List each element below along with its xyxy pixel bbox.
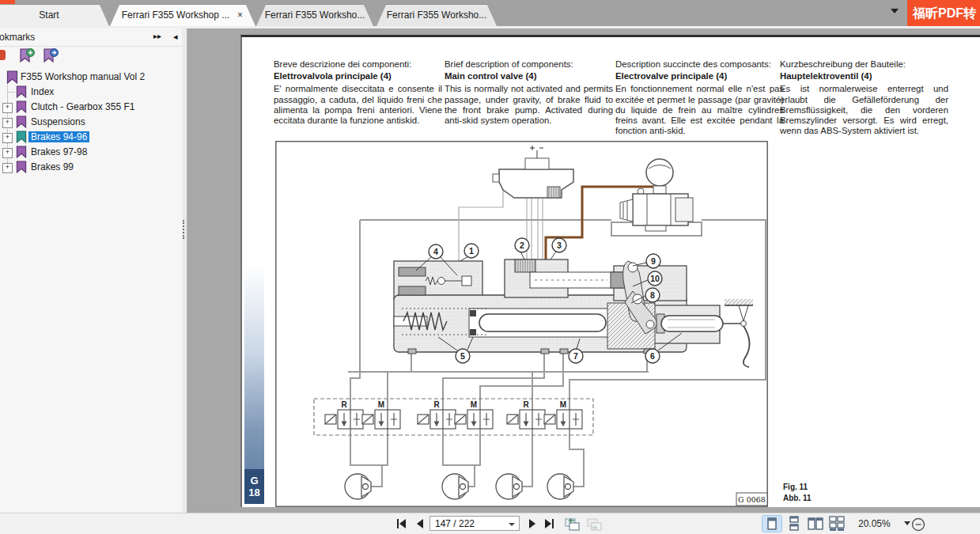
bookmark-flag-icon bbox=[16, 131, 27, 146]
bookmarks-header: okmarks ▸▸ ◂ bbox=[0, 28, 182, 47]
column-body: E' normalmente diseccitata e consente il… bbox=[274, 84, 442, 126]
column-intro: Breve descrizione dei componenti: bbox=[274, 59, 442, 70]
column-italian: Breve descrizione dei componenti: Elettr… bbox=[274, 59, 442, 126]
bookmark-label: Brakes 97-98 bbox=[28, 146, 89, 157]
svg-text:R: R bbox=[433, 400, 440, 409]
bookmark-flag-icon bbox=[16, 161, 27, 176]
tab-close-icon[interactable]: × bbox=[237, 9, 243, 21]
tab-start[interactable]: Start bbox=[0, 4, 109, 26]
bookmarks-title: okmarks bbox=[0, 32, 35, 43]
column-body: This is normally not activated and permi… bbox=[445, 84, 613, 126]
bookmark-item-brakes-94-96[interactable]: + Brakes 94-96 bbox=[0, 130, 182, 145]
svg-text:6: 6 bbox=[650, 351, 655, 361]
bookmark-label: F355 Workshop manual Vol 2 bbox=[18, 71, 147, 82]
tab-document-2[interactable]: Ferrari F355 Worksho... bbox=[256, 4, 373, 26]
hide-panel-icon[interactable]: ◂ bbox=[173, 32, 178, 42]
expand-icon[interactable]: + bbox=[2, 103, 13, 113]
tab-label: Ferrari F355 Workshop ... bbox=[110, 9, 255, 21]
svg-text:M: M bbox=[378, 400, 384, 409]
section-tab: G 18 bbox=[244, 469, 264, 504]
tab-label: Ferrari F355 Worksho... bbox=[256, 9, 373, 21]
expand-icon[interactable]: + bbox=[2, 163, 13, 173]
svg-text:R: R bbox=[523, 400, 529, 409]
bookmark-item-root[interactable]: F355 Workshop manual Vol 2 bbox=[0, 70, 182, 85]
continuous-facing-view-button[interactable] bbox=[827, 516, 846, 532]
section-color-strip: G 18 bbox=[244, 267, 264, 504]
bookmarks-toolbar bbox=[0, 47, 182, 66]
bookmark-label: Clutch - Gearbox 355 F1 bbox=[28, 101, 137, 112]
svg-text:M: M bbox=[560, 400, 566, 409]
bookmark-item-brakes-99[interactable]: + Brakes 99 bbox=[0, 160, 182, 175]
page-dropdown-caret-icon[interactable] bbox=[509, 523, 515, 526]
tab-bar: Start Ferrari F355 Workshop ... × Ferrar… bbox=[0, 0, 980, 28]
bookmark-label: Suspensions bbox=[28, 116, 88, 127]
column-heading: Elettrovalvola principale (4) bbox=[274, 71, 442, 81]
figure-label-fig: Fig. 11 bbox=[783, 483, 808, 491]
svg-text:4: 4 bbox=[433, 247, 438, 256]
status-bar: 147 / 222 20.05% bbox=[0, 513, 980, 534]
zoom-out-button[interactable] bbox=[911, 517, 925, 530]
svg-text:R: R bbox=[341, 400, 347, 409]
bookmark-flag-icon bbox=[6, 70, 18, 86]
tab-document-3[interactable]: Ferrari F355 Worksho... bbox=[376, 4, 497, 26]
bookmark-item-brakes-97-98[interactable]: + Brakes 97-98 bbox=[0, 145, 182, 160]
single-page-view-button[interactable] bbox=[762, 516, 781, 532]
column-intro: Description succincte des composants: bbox=[615, 59, 784, 70]
figure-label-abb: Abb. 11 bbox=[783, 494, 812, 502]
foxit-pdf-button[interactable]: 福昕PDF转 bbox=[907, 0, 980, 26]
column-french: Description succincte des composants: El… bbox=[615, 59, 784, 136]
column-heading: Electrovalve principale (4) bbox=[615, 71, 784, 81]
previous-page-button[interactable] bbox=[413, 517, 427, 530]
drawing-code: G 0068 bbox=[736, 493, 767, 506]
column-intro: Brief description of components: bbox=[445, 59, 613, 70]
page-indicator: 147 / 222 bbox=[435, 518, 475, 529]
bookmark-item-index[interactable]: Index bbox=[0, 85, 182, 100]
next-view-button[interactable] bbox=[585, 517, 603, 530]
column-body: Es ist normalerweise enterregt und erlau… bbox=[780, 84, 948, 136]
zoom-level[interactable]: 20.05% bbox=[858, 518, 891, 529]
column-german: Kurzbeschreibung der Bauteile: Hauptelek… bbox=[780, 59, 948, 136]
tab-overflow-caret-icon[interactable] bbox=[891, 9, 899, 13]
bookmark-item-suspensions[interactable]: + Suspensions bbox=[0, 115, 182, 130]
next-page-button[interactable] bbox=[525, 517, 539, 530]
bookmark-flag-icon bbox=[16, 85, 27, 100]
column-english: Brief description of components: Main co… bbox=[445, 59, 613, 126]
document-canvas[interactable]: G 18 Breve descrizione dei componenti: E… bbox=[187, 28, 980, 513]
tab-label: Start bbox=[0, 9, 109, 21]
continuous-view-button[interactable] bbox=[785, 516, 804, 532]
svg-text:10: 10 bbox=[650, 274, 660, 283]
svg-text:G 0068: G 0068 bbox=[738, 495, 766, 504]
bookmark-label: Brakes 94-96 bbox=[28, 131, 89, 142]
bookmark-flag-icon bbox=[16, 100, 27, 116]
page-number-input[interactable]: 147 / 222 bbox=[429, 516, 520, 531]
expand-icon[interactable]: + bbox=[2, 133, 13, 143]
zoom-dropdown-caret-icon[interactable] bbox=[904, 521, 910, 525]
pdf-page: G 18 Breve descrizione dei componenti: E… bbox=[240, 35, 980, 507]
column-body: En fonctionnement normal elle n'est pas … bbox=[615, 84, 784, 136]
clipped-toolbar-icon[interactable] bbox=[0, 50, 6, 60]
application-window: { "tab_bar": { "tabs": [ {"label": "Star… bbox=[0, 0, 980, 534]
add-bookmark-icon[interactable] bbox=[17, 47, 35, 63]
svg-text:M: M bbox=[471, 400, 477, 409]
previous-view-button[interactable] bbox=[563, 517, 581, 530]
expand-icon[interactable]: + bbox=[2, 118, 13, 128]
collapse-all-icon[interactable]: ▸▸ bbox=[153, 32, 161, 40]
section-number: 18 bbox=[244, 487, 264, 498]
svg-text:2: 2 bbox=[520, 240, 524, 250]
tab-document-1[interactable]: Ferrari F355 Workshop ... × bbox=[110, 4, 255, 26]
last-page-button[interactable] bbox=[543, 517, 557, 530]
brake-system-diagram: R M R M R M bbox=[275, 141, 768, 507]
bookmark-label: Brakes 99 bbox=[28, 161, 76, 172]
tab-label: Ferrari F355 Worksho... bbox=[376, 9, 497, 21]
section-letter: G bbox=[244, 475, 264, 487]
facing-view-button[interactable] bbox=[806, 516, 825, 532]
first-page-button[interactable] bbox=[394, 517, 408, 530]
column-heading: Hauptelektroventil (4) bbox=[780, 71, 948, 81]
svg-text:9: 9 bbox=[651, 256, 656, 266]
bookmark-goto-icon[interactable] bbox=[41, 47, 59, 63]
svg-text:8: 8 bbox=[650, 290, 655, 300]
bookmark-label: Index bbox=[28, 86, 56, 97]
bookmark-item-clutch[interactable]: + Clutch - Gearbox 355 F1 bbox=[0, 100, 182, 115]
expand-icon[interactable]: + bbox=[2, 148, 13, 158]
bookmark-flag-icon bbox=[16, 146, 27, 161]
